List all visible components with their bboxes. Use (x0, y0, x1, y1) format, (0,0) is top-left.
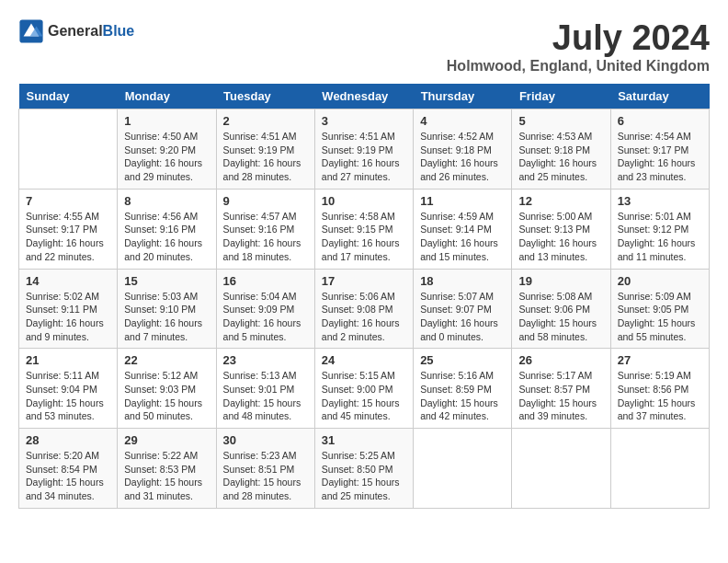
column-header-monday: Monday (118, 84, 216, 109)
calendar-cell: 10Sunrise: 4:58 AMSunset: 9:15 PMDayligh… (314, 189, 413, 269)
calendar-cell: 28Sunrise: 5:20 AMSunset: 8:54 PMDayligh… (19, 429, 118, 509)
calendar-cell: 20Sunrise: 5:09 AMSunset: 9:05 PMDayligh… (610, 269, 709, 349)
calendar-cell: 18Sunrise: 5:07 AMSunset: 9:07 PMDayligh… (414, 269, 512, 349)
day-info: Sunrise: 5:06 AMSunset: 9:08 PMDaylight:… (322, 290, 406, 344)
calendar-cell: 25Sunrise: 5:16 AMSunset: 8:59 PMDayligh… (414, 349, 512, 429)
day-info: Sunrise: 5:20 AMSunset: 8:54 PMDaylight:… (26, 449, 110, 503)
day-number: 19 (518, 274, 603, 288)
day-number: 5 (518, 114, 603, 128)
day-number: 27 (618, 353, 702, 367)
day-number: 10 (322, 194, 406, 208)
column-header-tuesday: Tuesday (216, 84, 314, 109)
logo-text: GeneralBlue (48, 23, 134, 40)
calendar-cell (414, 429, 512, 509)
calendar-cell: 17Sunrise: 5:06 AMSunset: 9:08 PMDayligh… (314, 269, 413, 349)
calendar-title: July 2024 (447, 18, 710, 58)
calendar-cell: 2Sunrise: 4:51 AMSunset: 9:19 PMDaylight… (216, 109, 314, 190)
calendar-cell: 7Sunrise: 4:55 AMSunset: 9:17 PMDaylight… (19, 189, 118, 269)
day-info: Sunrise: 5:03 AMSunset: 9:10 PMDaylight:… (124, 290, 209, 344)
day-number: 30 (223, 433, 308, 447)
column-header-sunday: Sunday (19, 84, 118, 109)
calendar-cell: 26Sunrise: 5:17 AMSunset: 8:57 PMDayligh… (512, 349, 610, 429)
day-info: Sunrise: 4:54 AMSunset: 9:17 PMDaylight:… (618, 130, 702, 184)
day-number: 15 (124, 274, 209, 288)
calendar-cell: 4Sunrise: 4:52 AMSunset: 9:18 PMDaylight… (414, 109, 512, 190)
day-number: 16 (223, 274, 308, 288)
calendar-week-row: 7Sunrise: 4:55 AMSunset: 9:17 PMDaylight… (19, 189, 710, 269)
calendar-cell (610, 429, 709, 509)
day-number: 9 (223, 194, 308, 208)
calendar-cell: 9Sunrise: 4:57 AMSunset: 9:16 PMDaylight… (216, 189, 314, 269)
calendar-header-row: SundayMondayTuesdayWednesdayThursdayFrid… (19, 84, 710, 109)
day-number: 22 (124, 353, 209, 367)
day-number: 1 (124, 114, 209, 128)
day-number: 29 (124, 433, 209, 447)
calendar-cell: 8Sunrise: 4:56 AMSunset: 9:16 PMDaylight… (118, 189, 216, 269)
calendar-cell: 23Sunrise: 5:13 AMSunset: 9:01 PMDayligh… (216, 349, 314, 429)
title-area: July 2024 Holmwood, England, United King… (447, 18, 710, 75)
day-info: Sunrise: 5:04 AMSunset: 9:09 PMDaylight:… (223, 290, 308, 344)
day-info: Sunrise: 5:12 AMSunset: 9:03 PMDaylight:… (124, 369, 209, 423)
day-number: 25 (420, 353, 505, 367)
day-number: 21 (26, 353, 110, 367)
day-info: Sunrise: 5:17 AMSunset: 8:57 PMDaylight:… (518, 369, 603, 423)
calendar-week-row: 28Sunrise: 5:20 AMSunset: 8:54 PMDayligh… (19, 429, 710, 509)
day-number: 8 (124, 194, 209, 208)
calendar-cell: 3Sunrise: 4:51 AMSunset: 9:19 PMDaylight… (314, 109, 413, 190)
day-number: 6 (618, 114, 702, 128)
day-number: 31 (322, 433, 406, 447)
day-info: Sunrise: 4:56 AMSunset: 9:16 PMDaylight:… (124, 210, 209, 264)
day-info: Sunrise: 5:01 AMSunset: 9:12 PMDaylight:… (618, 210, 702, 264)
day-info: Sunrise: 4:51 AMSunset: 9:19 PMDaylight:… (322, 130, 406, 184)
calendar-cell: 11Sunrise: 4:59 AMSunset: 9:14 PMDayligh… (414, 189, 512, 269)
calendar-cell: 1Sunrise: 4:50 AMSunset: 9:20 PMDaylight… (118, 109, 216, 190)
day-info: Sunrise: 4:57 AMSunset: 9:16 PMDaylight:… (223, 210, 308, 264)
calendar-week-row: 14Sunrise: 5:02 AMSunset: 9:11 PMDayligh… (19, 269, 710, 349)
calendar-table: SundayMondayTuesdayWednesdayThursdayFrid… (18, 84, 710, 509)
day-info: Sunrise: 5:09 AMSunset: 9:05 PMDaylight:… (618, 290, 702, 344)
column-header-thursday: Thursday (414, 84, 512, 109)
calendar-week-row: 21Sunrise: 5:11 AMSunset: 9:04 PMDayligh… (19, 349, 710, 429)
day-number: 24 (322, 353, 406, 367)
day-info: Sunrise: 5:00 AMSunset: 9:13 PMDaylight:… (518, 210, 603, 264)
day-info: Sunrise: 4:59 AMSunset: 9:14 PMDaylight:… (420, 210, 505, 264)
calendar-cell: 5Sunrise: 4:53 AMSunset: 9:18 PMDaylight… (512, 109, 610, 190)
day-number: 23 (223, 353, 308, 367)
day-info: Sunrise: 4:53 AMSunset: 9:18 PMDaylight:… (518, 130, 603, 184)
day-info: Sunrise: 4:51 AMSunset: 9:19 PMDaylight:… (223, 130, 308, 184)
calendar-cell: 24Sunrise: 5:15 AMSunset: 9:00 PMDayligh… (314, 349, 413, 429)
logo-icon (18, 18, 44, 44)
day-info: Sunrise: 5:15 AMSunset: 9:00 PMDaylight:… (322, 369, 406, 423)
page-header: GeneralBlue July 2024 Holmwood, England,… (18, 18, 710, 75)
column-header-saturday: Saturday (610, 84, 709, 109)
calendar-cell: 30Sunrise: 5:23 AMSunset: 8:51 PMDayligh… (216, 429, 314, 509)
day-info: Sunrise: 4:52 AMSunset: 9:18 PMDaylight:… (420, 130, 505, 184)
day-number: 4 (420, 114, 505, 128)
calendar-cell: 15Sunrise: 5:03 AMSunset: 9:10 PMDayligh… (118, 269, 216, 349)
day-info: Sunrise: 5:25 AMSunset: 8:50 PMDaylight:… (322, 449, 406, 503)
calendar-cell: 31Sunrise: 5:25 AMSunset: 8:50 PMDayligh… (314, 429, 413, 509)
day-number: 12 (518, 194, 603, 208)
day-number: 18 (420, 274, 505, 288)
day-info: Sunrise: 5:23 AMSunset: 8:51 PMDaylight:… (223, 449, 308, 503)
day-info: Sunrise: 5:02 AMSunset: 9:11 PMDaylight:… (26, 290, 110, 344)
calendar-cell (512, 429, 610, 509)
calendar-cell (19, 109, 118, 190)
calendar-cell: 22Sunrise: 5:12 AMSunset: 9:03 PMDayligh… (118, 349, 216, 429)
calendar-cell: 27Sunrise: 5:19 AMSunset: 8:56 PMDayligh… (610, 349, 709, 429)
day-info: Sunrise: 5:13 AMSunset: 9:01 PMDaylight:… (223, 369, 308, 423)
column-header-wednesday: Wednesday (314, 84, 413, 109)
calendar-subtitle: Holmwood, England, United Kingdom (447, 58, 710, 75)
day-number: 11 (420, 194, 505, 208)
calendar-cell: 14Sunrise: 5:02 AMSunset: 9:11 PMDayligh… (19, 269, 118, 349)
logo: GeneralBlue (18, 18, 134, 44)
day-number: 2 (223, 114, 308, 128)
day-number: 7 (26, 194, 110, 208)
day-info: Sunrise: 5:19 AMSunset: 8:56 PMDaylight:… (618, 369, 702, 423)
day-info: Sunrise: 5:16 AMSunset: 8:59 PMDaylight:… (420, 369, 505, 423)
day-number: 28 (26, 433, 110, 447)
day-number: 3 (322, 114, 406, 128)
calendar-week-row: 1Sunrise: 4:50 AMSunset: 9:20 PMDaylight… (19, 109, 710, 190)
day-info: Sunrise: 5:11 AMSunset: 9:04 PMDaylight:… (26, 369, 110, 423)
day-number: 13 (618, 194, 702, 208)
